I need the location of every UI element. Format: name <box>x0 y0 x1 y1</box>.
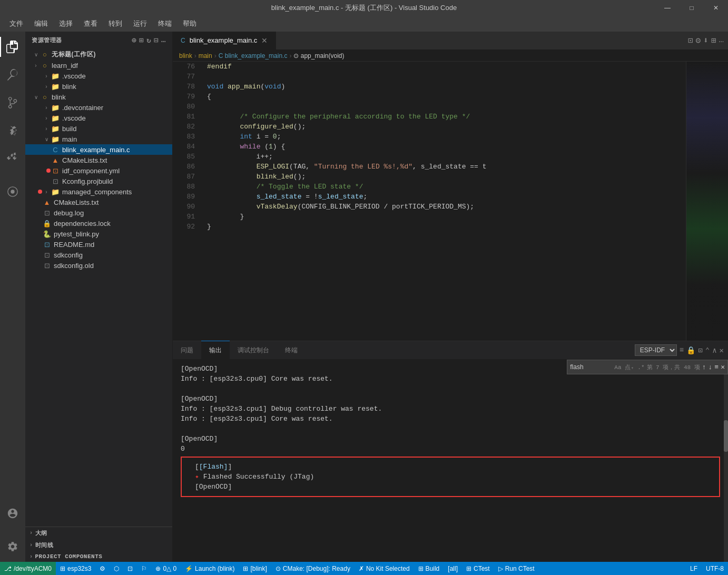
sidebar-item-build[interactable]: › 📁 build <box>25 123 172 134</box>
close-button[interactable]: ✕ <box>704 0 728 16</box>
activity-settings[interactable] <box>0 534 25 559</box>
panel-close-icon[interactable]: ✕ <box>720 346 724 355</box>
activity-explorer[interactable] <box>0 34 25 60</box>
sidebar-item-pytest[interactable]: 🐍 pytest_blink.py <box>25 229 172 239</box>
status-target[interactable]: ⊞ [blink] <box>239 562 271 575</box>
menu-help[interactable]: 帮助 <box>179 17 201 31</box>
more-actions-icon[interactable]: … <box>161 36 166 45</box>
sidebar-item-devcontainer[interactable]: › 📁 .devcontainer <box>25 102 172 113</box>
sidebar-item-kconfig[interactable]: ⊡ Kconfig.projbuild <box>25 176 172 186</box>
panel-tab-terminal[interactable]: 终端 <box>277 341 306 359</box>
menu-edit[interactable]: 编辑 <box>30 17 52 31</box>
maximize-button[interactable]: □ <box>680 0 704 16</box>
panel-clear-icon[interactable]: ⊡ <box>698 346 702 355</box>
tab-more-icon[interactable]: … <box>719 35 724 46</box>
collapse-all-icon[interactable]: ⊟ <box>154 36 159 45</box>
panel-up-icon[interactable]: ⌃ <box>705 346 710 355</box>
panel-maximize-icon[interactable]: ∧ <box>712 346 716 355</box>
panel-scrollbar[interactable] <box>724 360 728 562</box>
panel-tabs: 问题 输出 调试控制台 终端 ESP-IDF ≡ 🔒 <box>173 341 728 360</box>
panel-lock-icon[interactable]: 🔒 <box>686 346 695 355</box>
status-settings[interactable]: ⚙ <box>95 562 110 575</box>
sidebar-timeline[interactable]: › 时间线 <box>25 539 172 551</box>
sidebar-item-readme[interactable]: ⊡ README.md <box>25 239 172 250</box>
new-file-icon[interactable]: ⊕ <box>132 36 136 45</box>
panel-list-icon[interactable]: ≡ <box>680 346 684 354</box>
sidebar-item-blink-root[interactable]: ∨ ○ blink <box>25 92 172 102</box>
panel-tab-problems[interactable]: 问题 <box>173 341 201 359</box>
status-debug[interactable]: ⚐ <box>137 562 151 575</box>
workspace-root[interactable]: ∨ ○ 无标题(工作区) <box>25 49 172 60</box>
output-selector[interactable]: ESP-IDF <box>635 344 677 356</box>
sidebar-item-sdkconfig[interactable]: ⊡ sdkconfig <box>25 250 172 260</box>
sidebar-item-main[interactable]: ∨ 📁 main <box>25 134 172 144</box>
refresh-icon[interactable]: ↻ <box>146 36 151 45</box>
new-folder-icon[interactable]: ⊞ <box>139 36 144 45</box>
panel-scrollbar-thumb[interactable] <box>724 420 728 452</box>
menu-run[interactable]: 运行 <box>129 17 151 31</box>
status-flash[interactable]: ⊡ <box>123 562 137 575</box>
menu-view[interactable]: 查看 <box>80 17 102 31</box>
menu-terminal[interactable]: 终端 <box>154 17 176 31</box>
sdkconfig-label: sdkconfig <box>54 251 83 259</box>
status-encoding[interactable]: LF <box>686 565 702 572</box>
tab-close-button[interactable]: ✕ <box>261 37 268 44</box>
sidebar-item-cmakelists-main[interactable]: ▲ CMakeLists.txt <box>25 155 172 165</box>
panel-tab-debug-console[interactable]: 调试控制台 <box>230 341 277 359</box>
search-close-icon[interactable]: ✕ <box>721 363 725 371</box>
status-charset[interactable]: UTF-8 <box>702 565 728 572</box>
status-run-ctest[interactable]: ▷ Run CTest <box>494 562 539 575</box>
activity-extensions[interactable] <box>0 146 25 171</box>
status-all[interactable]: [all] <box>444 562 462 575</box>
sidebar-item-learn-idf[interactable]: › ○ learn_idf <box>25 60 172 71</box>
status-ctest[interactable]: ⊞ CTest <box>462 562 494 575</box>
sidebar-item-blink-main-c[interactable]: C blink_example_main.c <box>25 144 172 155</box>
sidebar-item-cmakelists-blink[interactable]: ▲ CMakeLists.txt <box>25 197 172 207</box>
split-editor-icon[interactable]: ⊡ <box>688 35 693 46</box>
dependencies-label: dependencies.lock <box>54 220 111 227</box>
activity-debug[interactable] <box>0 118 25 143</box>
search-down-icon[interactable]: ↓ <box>709 363 713 371</box>
activity-esp-idf[interactable] <box>0 179 25 204</box>
status-branch[interactable]: ⎇ /dev/ttyACM0 <box>0 562 56 575</box>
panel-content[interactable]: Aa 点₊ .* 第 7 项，共 48 项 ↑ ↓ ≡ ✕ [OpenOCD] … <box>173 360 728 562</box>
sidebar-item-sdkconfig-old[interactable]: ⊡ sdkconfig.old <box>25 260 172 271</box>
menu-goto[interactable]: 转到 <box>104 17 126 31</box>
sidebar-item-managed[interactable]: › 📁 managed_components <box>25 186 172 197</box>
search-up-icon[interactable]: ↑ <box>702 363 706 371</box>
status-cmake[interactable]: ⊙ CMake: [Debug]: Ready <box>271 562 355 575</box>
sidebar-item-vscode1[interactable]: › 📁 .vscode <box>25 71 172 81</box>
activity-account[interactable] <box>0 501 25 526</box>
status-errors[interactable]: ⊕ 0△ 0 <box>151 562 181 575</box>
search-filter-icon[interactable]: ≡ <box>714 363 719 371</box>
code-content[interactable]: #endif void app_main ( void ) { <box>199 62 686 341</box>
sidebar-outline[interactable]: › 大纲 <box>25 527 172 539</box>
sidebar-item-blink1[interactable]: › 📁 blink <box>25 81 172 92</box>
status-build[interactable]: ⊞ Build <box>414 562 444 575</box>
sidebar-item-vscode2[interactable]: › 📁 .vscode <box>25 113 172 123</box>
panel-tab-output[interactable]: 输出 <box>201 341 230 359</box>
tab-settings-icon[interactable]: ⚙ <box>695 35 701 46</box>
breadcrumb-file[interactable]: C blink_example_main.c <box>219 52 288 60</box>
menu-file[interactable]: 文件 <box>5 17 27 31</box>
activity-scm[interactable] <box>0 90 25 115</box>
sidebar-item-dependencies[interactable]: 🔒 dependencies.lock <box>25 218 172 229</box>
breadcrumb-main[interactable]: main <box>199 52 212 60</box>
output-search-input[interactable] <box>570 363 612 371</box>
breadcrumb-function[interactable]: ⊙ app_main(void) <box>293 52 344 60</box>
status-device[interactable]: ⊞ esp32s3 <box>56 562 95 575</box>
sidebar-item-idf-component[interactable]: ⊡ idf_component.yml <box>25 165 172 176</box>
minimize-button[interactable]: — <box>655 0 680 16</box>
sidebar-item-debug-log[interactable]: ⊡ debug.log <box>25 207 172 218</box>
tab-download-icon[interactable]: ⬇ <box>703 35 709 46</box>
status-launch[interactable]: ⚡ Launch (blink) <box>181 562 239 575</box>
status-kit[interactable]: ✗ No Kit Selected <box>355 562 414 575</box>
sidebar-project-components[interactable]: › PROJECT COMPONENTS <box>25 551 172 562</box>
activity-search[interactable] <box>0 62 25 87</box>
status-chip[interactable]: ⬡ <box>110 562 123 575</box>
breadcrumb-blink[interactable]: blink <box>179 52 192 60</box>
tab-blink-main-c[interactable]: C blink_example_main.c ✕ <box>173 32 276 49</box>
title-bar: blink_example_main.c - 无标题 (工作区) - Visua… <box>0 0 728 16</box>
tab-layout-icon[interactable]: ⊞ <box>711 35 716 46</box>
menu-select[interactable]: 选择 <box>55 17 77 31</box>
